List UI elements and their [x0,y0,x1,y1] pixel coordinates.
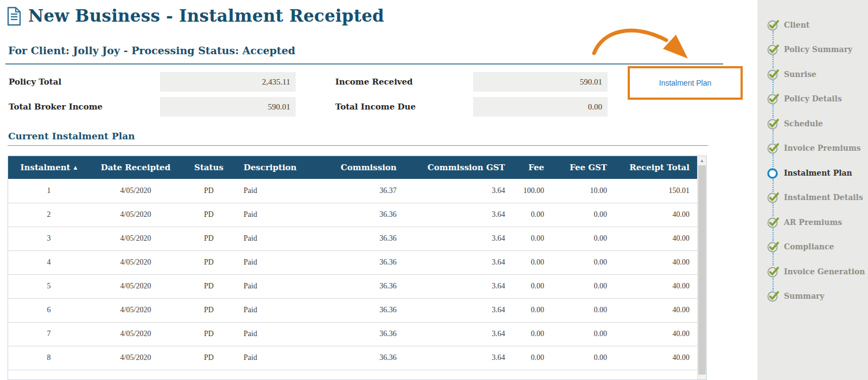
table-cell: 3.64 [404,274,513,298]
step-label: Sunrise [784,70,816,79]
table-row[interactable]: 64/05/2020PDPaid36.363.640.000.0040.00 [8,298,697,322]
wizard-sidebar: ClientPolicy SummarySunrisePolicy Detail… [757,0,868,380]
column-header-description[interactable]: Description [236,156,317,179]
table-cell: PD [182,179,236,203]
policy-total-field: 2,435.11 [160,72,296,92]
table-row[interactable]: 24/05/2020PDPaid36.363.640.000.0040.00 [8,203,697,227]
table-row[interactable]: 84/05/2020PDPaid36.363.640.000.0040.00 [8,346,697,370]
table-cell: 36.36 [317,298,404,322]
table-cell: 36.36 [317,203,404,227]
wizard-step-sunrise[interactable]: Sunrise [757,62,868,87]
table-cell: 40.00 [615,227,697,250]
table-cell: 0.00 [513,322,552,346]
table-cell: 0.00 [513,298,552,322]
table-cell: 3.64 [404,322,513,346]
total-income-due-label: Total Income Due [335,102,416,112]
wizard-step-invoice-generation[interactable]: Invoice Generation [757,259,868,284]
table-cell: 0.00 [552,322,615,346]
column-header-commission[interactable]: Commission [317,156,404,179]
table-cell: Paid [236,298,317,322]
table-cell: Paid [236,179,317,203]
table-cell: 40.00 [615,274,697,298]
table-row[interactable]: 74/05/2020PDPaid36.363.640.000.0040.00 [8,322,697,346]
section-divider [8,145,708,146]
table-cell: PD [182,322,236,346]
table-cell: 8 [8,346,90,370]
step-current-icon [767,167,780,179]
step-label: Policy Summary [784,45,852,54]
wizard-step-policy-details[interactable]: Policy Details [757,87,868,112]
table-cell: 2 [8,203,90,227]
table-cell: 4/05/2020 [90,274,182,298]
step-complete-icon [767,191,780,203]
table-cell: 0.00 [552,298,615,322]
wizard-step-invoice-premiums[interactable]: Invoice Premiums [757,136,868,161]
table-row[interactable]: 44/05/2020PDPaid36.363.640.000.0040.00 [8,250,697,274]
table-cell: 36.36 [317,250,404,274]
table-cell: 0.00 [552,346,615,370]
table-cell: 3.64 [404,227,513,250]
step-label: AR Premiums [784,218,842,227]
table-cell: 10.00 [552,179,615,203]
step-label: Invoice Premiums [784,144,861,152]
scrollbar-thumb[interactable] [698,165,706,375]
wizard-step-policy-summary[interactable]: Policy Summary [757,37,868,62]
wizard-step-instalment-plan[interactable]: Instalment Plan [757,160,868,185]
income-received-label: Income Received [335,77,413,87]
column-header-date-receipted[interactable]: Date Receipted [90,156,182,179]
instalment-table: Instalment▲Date ReceiptedStatusDescripti… [8,156,707,380]
instalment-table-body: 14/05/2020PDPaid36.373.64100.0010.00150.… [8,179,697,370]
table-cell: PD [182,274,236,298]
table-row[interactable]: 34/05/2020PDPaid36.363.640.000.0040.00 [8,227,697,250]
table-cell: Paid [236,274,317,298]
table-cell: 3.64 [404,250,513,274]
column-header-commission-gst[interactable]: Commission GST [404,156,513,179]
table-scrollbar[interactable]: ▲ [697,156,706,379]
instalment-plan-link[interactable]: Instalment Plan [659,79,712,87]
table-cell: 0.00 [552,203,615,227]
table-cell: 36.36 [317,346,404,370]
step-label: Summary [784,292,825,300]
table-cell: 100.00 [513,179,552,203]
column-header-receipt-total[interactable]: Receipt Total [615,156,697,179]
table-cell: 0.00 [552,250,615,274]
table-cell: 4/05/2020 [90,250,182,274]
table-cell: 0.00 [513,203,552,227]
table-cell: 150.01 [615,179,697,203]
section-heading: Current Instalment Plan [8,131,135,141]
table-cell: 4/05/2020 [90,322,182,346]
wizard-step-compliance[interactable]: Compliance [757,235,868,260]
table-cell: 0.00 [513,274,552,298]
table-cell: Paid [236,322,317,346]
wizard-step-instalment-details[interactable]: Instalment Details [757,185,868,210]
table-cell: 0.00 [513,346,552,370]
table-cell: 3.64 [404,346,513,370]
table-cell: PD [182,346,236,370]
wizard-steps: ClientPolicy SummarySunrisePolicy Detail… [757,0,868,308]
table-cell: 40.00 [615,203,697,227]
step-complete-icon [767,142,780,154]
column-header-status[interactable]: Status [182,156,236,179]
wizard-step-client[interactable]: Client [757,12,868,37]
scrollbar-up-arrow-icon[interactable]: ▲ [698,156,706,165]
table-cell: 4/05/2020 [90,179,182,203]
page-header: New Business - Instalment Receipted [7,7,384,28]
total-broker-income-label: Total Broker Income [9,102,103,112]
column-header-instalment[interactable]: Instalment▲ [8,156,90,179]
table-cell: 4/05/2020 [90,227,182,250]
table-cell: 0.00 [513,250,552,274]
wizard-step-ar-premiums[interactable]: AR Premiums [757,210,868,235]
table-cell: 36.36 [317,227,404,250]
table-cell: Paid [236,203,317,227]
income-received-field: 590.01 [473,72,608,92]
column-header-fee[interactable]: Fee [513,156,552,179]
table-cell: 0.00 [552,274,615,298]
annotation-arrow-icon [575,22,693,69]
wizard-step-schedule[interactable]: Schedule [757,111,868,136]
table-cell: 1 [8,179,90,203]
table-row[interactable]: 14/05/2020PDPaid36.373.64100.0010.00150.… [8,179,697,203]
column-header-fee-gst[interactable]: Fee GST [552,156,615,179]
table-row[interactable]: 54/05/2020PDPaid36.363.640.000.0040.00 [8,274,697,298]
table-cell: 36.36 [317,322,404,346]
wizard-step-summary[interactable]: Summary [757,284,868,309]
